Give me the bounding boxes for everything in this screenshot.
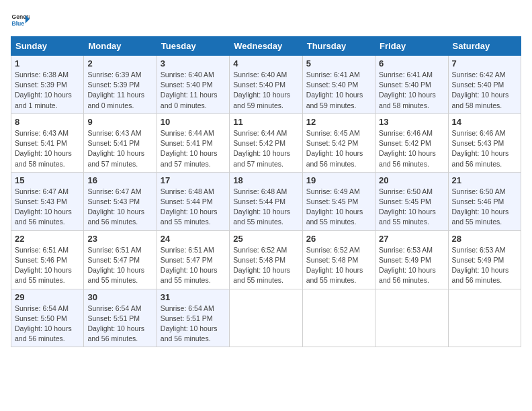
- day-number: 6: [379, 58, 444, 68]
- day-info: Sunrise: 6:38 AM Sunset: 5:39 PM Dayligh…: [15, 70, 80, 111]
- week-row-5: 29 Sunrise: 6:54 AM Sunset: 5:50 PM Dayl…: [11, 289, 521, 347]
- day-cell: 5 Sunrise: 6:41 AM Sunset: 5:40 PM Dayli…: [302, 56, 375, 114]
- weekday-header-thursday: Thursday: [302, 37, 375, 56]
- day-info: Sunrise: 6:51 AM Sunset: 5:46 PM Dayligh…: [15, 245, 80, 286]
- day-info: Sunrise: 6:40 AM Sunset: 5:40 PM Dayligh…: [161, 70, 226, 111]
- day-number: 5: [306, 58, 371, 68]
- day-cell: 23 Sunrise: 6:51 AM Sunset: 5:47 PM Dayl…: [84, 230, 157, 289]
- day-cell: [448, 289, 521, 347]
- day-info: Sunrise: 6:50 AM Sunset: 5:46 PM Dayligh…: [452, 187, 517, 228]
- day-cell: 17 Sunrise: 6:48 AM Sunset: 5:44 PM Dayl…: [157, 172, 229, 230]
- day-number: 29: [15, 292, 80, 302]
- day-cell: 31 Sunrise: 6:54 AM Sunset: 5:51 PM Dayl…: [157, 289, 229, 347]
- day-info: Sunrise: 6:52 AM Sunset: 5:48 PM Dayligh…: [306, 245, 371, 286]
- day-number: 9: [87, 117, 152, 127]
- day-info: Sunrise: 6:47 AM Sunset: 5:43 PM Dayligh…: [87, 187, 152, 228]
- day-number: 26: [306, 234, 371, 244]
- day-info: Sunrise: 6:43 AM Sunset: 5:41 PM Dayligh…: [15, 128, 80, 169]
- day-cell: 24 Sunrise: 6:51 AM Sunset: 5:47 PM Dayl…: [157, 230, 229, 289]
- weekday-header-row: SundayMondayTuesdayWednesdayThursdayFrid…: [11, 37, 521, 56]
- day-number: 25: [233, 234, 298, 244]
- day-number: 12: [306, 117, 371, 127]
- day-number: 13: [379, 117, 444, 127]
- day-cell: 29 Sunrise: 6:54 AM Sunset: 5:50 PM Dayl…: [11, 289, 84, 347]
- day-number: 20: [379, 175, 444, 185]
- day-number: 1: [15, 58, 80, 68]
- day-number: 14: [452, 117, 517, 127]
- day-info: Sunrise: 6:44 AM Sunset: 5:41 PM Dayligh…: [161, 128, 226, 169]
- day-info: Sunrise: 6:46 AM Sunset: 5:42 PM Dayligh…: [379, 128, 444, 169]
- day-cell: 15 Sunrise: 6:47 AM Sunset: 5:43 PM Dayl…: [11, 172, 84, 230]
- weekday-header-saturday: Saturday: [448, 37, 521, 56]
- day-cell: 21 Sunrise: 6:50 AM Sunset: 5:46 PM Dayl…: [448, 172, 521, 230]
- day-info: Sunrise: 6:54 AM Sunset: 5:50 PM Dayligh…: [15, 304, 80, 345]
- svg-text:Blue: Blue: [12, 20, 25, 27]
- day-info: Sunrise: 6:41 AM Sunset: 5:40 PM Dayligh…: [306, 70, 371, 111]
- day-info: Sunrise: 6:46 AM Sunset: 5:43 PM Dayligh…: [452, 128, 517, 169]
- day-cell: [230, 289, 302, 347]
- day-cell: 20 Sunrise: 6:50 AM Sunset: 5:45 PM Dayl…: [375, 172, 448, 230]
- weekday-header-friday: Friday: [375, 37, 448, 56]
- day-number: 4: [233, 58, 298, 68]
- logo: General Blue: [11, 11, 30, 30]
- week-row-1: 1 Sunrise: 6:38 AM Sunset: 5:39 PM Dayli…: [11, 56, 521, 114]
- page-header: General Blue: [11, 11, 521, 30]
- day-info: Sunrise: 6:53 AM Sunset: 5:49 PM Dayligh…: [379, 245, 444, 286]
- day-cell: 2 Sunrise: 6:39 AM Sunset: 5:39 PM Dayli…: [84, 56, 157, 114]
- day-info: Sunrise: 6:54 AM Sunset: 5:51 PM Dayligh…: [161, 304, 226, 345]
- day-cell: 14 Sunrise: 6:46 AM Sunset: 5:43 PM Dayl…: [448, 113, 521, 172]
- day-cell: 16 Sunrise: 6:47 AM Sunset: 5:43 PM Dayl…: [84, 172, 157, 230]
- day-cell: [375, 289, 448, 347]
- day-number: 21: [452, 175, 517, 185]
- day-cell: 18 Sunrise: 6:48 AM Sunset: 5:44 PM Dayl…: [230, 172, 302, 230]
- day-cell: 1 Sunrise: 6:38 AM Sunset: 5:39 PM Dayli…: [11, 56, 84, 114]
- day-cell: 7 Sunrise: 6:42 AM Sunset: 5:40 PM Dayli…: [448, 56, 521, 114]
- day-info: Sunrise: 6:39 AM Sunset: 5:39 PM Dayligh…: [87, 70, 152, 111]
- day-number: 17: [161, 175, 226, 185]
- day-number: 3: [161, 58, 226, 68]
- day-cell: 11 Sunrise: 6:44 AM Sunset: 5:42 PM Dayl…: [230, 113, 302, 172]
- day-number: 24: [161, 234, 226, 244]
- day-number: 11: [233, 117, 298, 127]
- day-number: 7: [452, 58, 517, 68]
- day-info: Sunrise: 6:54 AM Sunset: 5:51 PM Dayligh…: [87, 304, 152, 345]
- day-number: 22: [15, 234, 80, 244]
- day-cell: 8 Sunrise: 6:43 AM Sunset: 5:41 PM Dayli…: [11, 113, 84, 172]
- day-cell: 10 Sunrise: 6:44 AM Sunset: 5:41 PM Dayl…: [157, 113, 229, 172]
- day-info: Sunrise: 6:42 AM Sunset: 5:40 PM Dayligh…: [452, 70, 517, 111]
- day-info: Sunrise: 6:48 AM Sunset: 5:44 PM Dayligh…: [233, 187, 298, 228]
- day-number: 15: [15, 175, 80, 185]
- day-cell: 3 Sunrise: 6:40 AM Sunset: 5:40 PM Dayli…: [157, 56, 229, 114]
- day-number: 2: [87, 58, 152, 68]
- day-info: Sunrise: 6:47 AM Sunset: 5:43 PM Dayligh…: [15, 187, 80, 228]
- day-cell: 12 Sunrise: 6:45 AM Sunset: 5:42 PM Dayl…: [302, 113, 375, 172]
- week-row-4: 22 Sunrise: 6:51 AM Sunset: 5:46 PM Dayl…: [11, 230, 521, 289]
- week-row-3: 15 Sunrise: 6:47 AM Sunset: 5:43 PM Dayl…: [11, 172, 521, 230]
- day-cell: [302, 289, 375, 347]
- day-cell: 22 Sunrise: 6:51 AM Sunset: 5:46 PM Dayl…: [11, 230, 84, 289]
- day-info: Sunrise: 6:51 AM Sunset: 5:47 PM Dayligh…: [87, 245, 152, 286]
- calendar-table: SundayMondayTuesdayWednesdayThursdayFrid…: [11, 36, 521, 347]
- weekday-header-sunday: Sunday: [11, 37, 84, 56]
- weekday-header-monday: Monday: [84, 37, 157, 56]
- day-info: Sunrise: 6:51 AM Sunset: 5:47 PM Dayligh…: [161, 245, 226, 286]
- day-cell: 6 Sunrise: 6:41 AM Sunset: 5:40 PM Dayli…: [375, 56, 448, 114]
- day-info: Sunrise: 6:48 AM Sunset: 5:44 PM Dayligh…: [161, 187, 226, 228]
- day-number: 10: [161, 117, 226, 127]
- day-cell: 13 Sunrise: 6:46 AM Sunset: 5:42 PM Dayl…: [375, 113, 448, 172]
- week-row-2: 8 Sunrise: 6:43 AM Sunset: 5:41 PM Dayli…: [11, 113, 521, 172]
- day-cell: 28 Sunrise: 6:53 AM Sunset: 5:49 PM Dayl…: [448, 230, 521, 289]
- day-info: Sunrise: 6:52 AM Sunset: 5:48 PM Dayligh…: [233, 245, 298, 286]
- day-number: 28: [452, 234, 517, 244]
- day-cell: 19 Sunrise: 6:49 AM Sunset: 5:45 PM Dayl…: [302, 172, 375, 230]
- day-cell: 4 Sunrise: 6:40 AM Sunset: 5:40 PM Dayli…: [230, 56, 302, 114]
- day-cell: 27 Sunrise: 6:53 AM Sunset: 5:49 PM Dayl…: [375, 230, 448, 289]
- day-cell: 26 Sunrise: 6:52 AM Sunset: 5:48 PM Dayl…: [302, 230, 375, 289]
- weekday-header-wednesday: Wednesday: [230, 37, 302, 56]
- day-number: 16: [87, 175, 152, 185]
- day-info: Sunrise: 6:53 AM Sunset: 5:49 PM Dayligh…: [452, 245, 517, 286]
- day-info: Sunrise: 6:41 AM Sunset: 5:40 PM Dayligh…: [379, 70, 444, 111]
- day-number: 23: [87, 234, 152, 244]
- day-info: Sunrise: 6:49 AM Sunset: 5:45 PM Dayligh…: [306, 187, 371, 228]
- day-info: Sunrise: 6:40 AM Sunset: 5:40 PM Dayligh…: [233, 70, 298, 111]
